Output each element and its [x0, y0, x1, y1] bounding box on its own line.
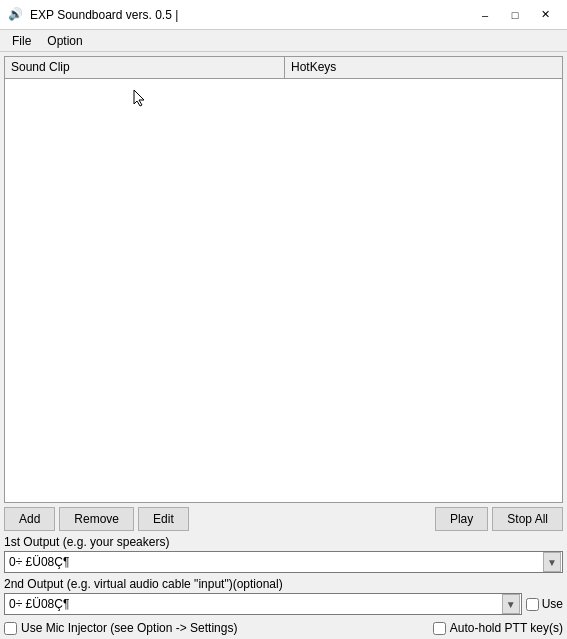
stop-all-button[interactable]: Stop All — [492, 507, 563, 531]
button-row: Add Remove Edit Play Stop All — [4, 507, 563, 531]
main-content: Sound Clip HotKeys Add Remove Edit Play … — [0, 52, 567, 639]
mic-injector-label: Use Mic Injector (see Option -> Settings… — [4, 621, 237, 635]
output1-row: 0÷ £Ü08Ç¶ ▼ — [4, 551, 563, 573]
minimize-button[interactable]: – — [471, 5, 499, 25]
cursor-icon — [133, 89, 147, 107]
col-hotkeys: HotKeys — [285, 57, 562, 78]
maximize-button[interactable]: □ — [501, 5, 529, 25]
table-header: Sound Clip HotKeys — [5, 57, 562, 79]
title-bar: 🔊 EXP Soundboard vers. 0.5 | – □ ✕ — [0, 0, 567, 30]
auto-hold-ptt-label: Auto-hold PTT key(s) — [433, 621, 563, 635]
app-icon: 🔊 — [8, 7, 24, 23]
add-button[interactable]: Add — [4, 507, 55, 531]
edit-button[interactable]: Edit — [138, 507, 189, 531]
output1-label: 1st Output (e.g. your speakers) — [4, 535, 563, 549]
mic-injector-checkbox[interactable] — [4, 622, 17, 635]
col-soundclip: Sound Clip — [5, 57, 285, 78]
mic-injector-text: Use Mic Injector (see Option -> Settings… — [21, 621, 237, 635]
auto-hold-ptt-checkbox[interactable] — [433, 622, 446, 635]
output2-dropdown[interactable]: 0÷ £Ü08Ç¶ — [4, 593, 522, 615]
use-checkbox-label: Use — [526, 597, 563, 611]
close-button[interactable]: ✕ — [531, 5, 559, 25]
svg-marker-0 — [134, 90, 144, 106]
output1-dropdown[interactable]: 0÷ £Ü08Ç¶ — [4, 551, 563, 573]
use-label-text: Use — [542, 597, 563, 611]
menu-file[interactable]: File — [4, 32, 39, 50]
remove-button[interactable]: Remove — [59, 507, 134, 531]
auto-hold-ptt-text: Auto-hold PTT key(s) — [450, 621, 563, 635]
output1-dropdown-wrapper: 0÷ £Ü08Ç¶ ▼ — [4, 551, 563, 573]
menu-bar: File Option — [0, 30, 567, 52]
output2-dropdown-wrapper: 0÷ £Ü08Ç¶ ▼ — [4, 593, 522, 615]
output2-label: 2nd Output (e.g. virtual audio cable "in… — [4, 577, 563, 591]
play-button[interactable]: Play — [435, 507, 488, 531]
table-body[interactable] — [5, 79, 562, 502]
menu-option[interactable]: Option — [39, 32, 90, 50]
output2-row: 0÷ £Ü08Ç¶ ▼ Use — [4, 593, 563, 615]
title-bar-title: EXP Soundboard vers. 0.5 | — [30, 8, 178, 22]
bottom-row: Use Mic Injector (see Option -> Settings… — [4, 621, 563, 635]
sound-clip-table: Sound Clip HotKeys — [4, 56, 563, 503]
window-controls: – □ ✕ — [471, 5, 559, 25]
use-checkbox[interactable] — [526, 598, 539, 611]
